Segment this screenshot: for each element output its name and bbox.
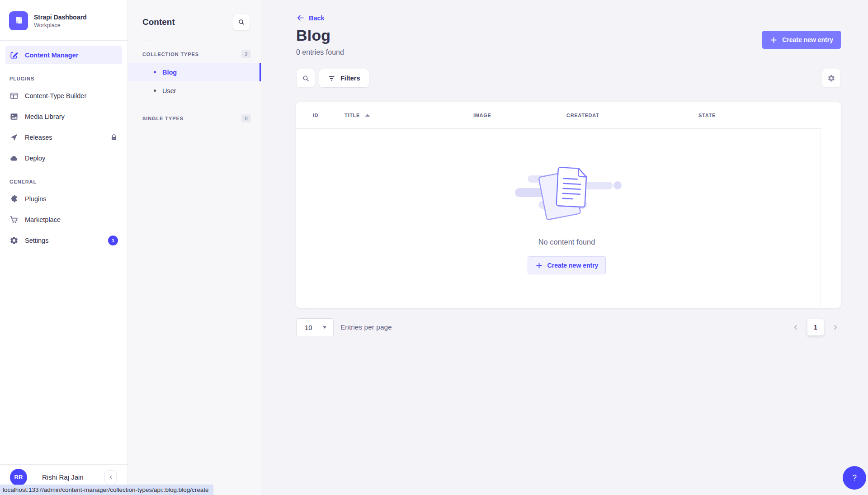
- user-name: Rishi Raj Jain: [42, 473, 84, 481]
- column-header-id[interactable]: ID: [313, 113, 344, 118]
- chevron-left-icon: [792, 324, 799, 331]
- back-link[interactable]: Back: [296, 14, 325, 22]
- group-label-collection-types: COLLECTION TYPES: [142, 52, 199, 57]
- view-settings-button[interactable]: [822, 69, 841, 88]
- page-number-button[interactable]: 1: [807, 319, 824, 335]
- empty-state: No content found Create new entry: [313, 129, 821, 307]
- create-entry-button-label: Create new entry: [782, 36, 833, 43]
- sidebar-item-label: Marketplace: [25, 216, 61, 223]
- cloud-icon: [9, 154, 19, 163]
- pagination-bar: 10 Entries per page 1: [296, 318, 841, 336]
- divider: [142, 41, 153, 41]
- collection-types-count-badge: 2: [241, 50, 251, 58]
- image-icon: [9, 112, 19, 121]
- sidebar-item-media-library[interactable]: Media Library: [5, 108, 122, 126]
- table-header-row: ID TITLE IMAGE CREATEDAT STATE: [296, 102, 841, 128]
- settings-notification-badge: 1: [108, 236, 118, 245]
- user-avatar[interactable]: RR: [10, 469, 27, 486]
- chevron-left-icon: [108, 475, 113, 480]
- column-header-title[interactable]: TITLE: [344, 113, 473, 118]
- paper-plane-icon: [9, 133, 19, 142]
- subnav-title: Content: [142, 17, 175, 27]
- back-label: Back: [309, 14, 325, 22]
- chevron-down-icon: [323, 326, 326, 329]
- nav-section-plugins: PLUGINS: [5, 76, 122, 81]
- sidebar-item-releases[interactable]: Releases: [5, 128, 122, 146]
- gear-icon: [827, 74, 835, 82]
- sidebar-collapse-button[interactable]: [104, 470, 117, 484]
- layout-icon: [9, 91, 19, 100]
- bullet-icon: [154, 71, 156, 73]
- sidebar-item-label: Plugins: [25, 195, 47, 203]
- sidebar-item-label: Content Manager: [25, 52, 78, 59]
- edit-icon: [9, 51, 19, 60]
- workspace-titles: Strapi Dashboard Workplace: [34, 14, 87, 28]
- help-button[interactable]: ?: [843, 466, 866, 490]
- browser-status-bar: localhost:1337/admin/content-manager/col…: [0, 485, 213, 495]
- sidebar-item-content-type-builder[interactable]: Content-Type Builder: [5, 87, 122, 105]
- empty-documents-illustration: [510, 162, 623, 225]
- subnav-item-label: Blog: [162, 69, 177, 76]
- primary-sidebar: Strapi Dashboard Workplace Content Manag…: [0, 0, 128, 495]
- sort-ascending-icon[interactable]: [365, 114, 370, 117]
- sidebar-item-label: Media Library: [25, 113, 65, 120]
- main-nav: Content Manager PLUGINS Content-Type Bui…: [0, 41, 127, 258]
- content-subnav: Content COLLECTION TYPES 2 Blog User SIN…: [128, 0, 261, 495]
- plus-icon: [535, 262, 543, 269]
- strapi-logo-icon: [9, 11, 28, 30]
- sidebar-item-plugins[interactable]: Plugins: [5, 190, 122, 208]
- gear-icon: [9, 236, 19, 245]
- nav-section-general: GENERAL: [5, 179, 122, 184]
- bullet-icon: [154, 90, 156, 92]
- workspace-name: Workplace: [34, 22, 87, 28]
- subnav-item-blog[interactable]: Blog: [128, 63, 261, 81]
- subnav-item-label: User: [162, 87, 176, 94]
- sidebar-item-label: Releases: [25, 134, 52, 141]
- entries-count: 0 entries found: [296, 48, 344, 57]
- main-content: Back Blog 0 entries found Create new ent…: [261, 0, 868, 495]
- sidebar-item-settings[interactable]: Settings 1: [5, 231, 122, 250]
- entries-table: ID TITLE IMAGE CREATEDAT STATE: [296, 102, 841, 308]
- page-size-value: 10: [305, 324, 312, 331]
- search-icon: [238, 19, 245, 26]
- page-size-select[interactable]: 10: [296, 318, 334, 336]
- page-title: Blog: [296, 27, 344, 44]
- lock-icon: [110, 133, 118, 141]
- app-title: Strapi Dashboard: [34, 14, 87, 21]
- sidebar-item-content-manager[interactable]: Content Manager: [5, 46, 122, 64]
- group-label-single-types: SINGLE TYPES: [142, 116, 184, 121]
- sidebar-item-label: Content-Type Builder: [25, 92, 86, 99]
- sidebar-item-marketplace[interactable]: Marketplace: [5, 211, 122, 229]
- filters-button-label: Filters: [340, 75, 360, 82]
- page-size-label: Entries per page: [340, 323, 392, 331]
- workspace-brand[interactable]: Strapi Dashboard Workplace: [0, 0, 127, 41]
- empty-state-create-button[interactable]: Create new entry: [528, 256, 606, 274]
- subnav-item-user[interactable]: User: [128, 81, 261, 100]
- column-header-createdat[interactable]: CREATEDAT: [566, 113, 698, 118]
- sidebar-item-label: Settings: [25, 237, 48, 244]
- filters-button[interactable]: Filters: [319, 69, 369, 88]
- column-header-state[interactable]: STATE: [698, 113, 716, 118]
- single-types-count-badge: 0: [241, 114, 251, 123]
- puzzle-icon: [9, 194, 19, 203]
- column-header-image[interactable]: IMAGE: [473, 113, 566, 118]
- previous-page-button[interactable]: [790, 322, 801, 333]
- chevron-right-icon: [832, 324, 839, 331]
- sidebar-item-deploy[interactable]: Deploy: [5, 149, 122, 167]
- create-entry-button[interactable]: Create new entry: [762, 31, 841, 49]
- subnav-search-button[interactable]: [233, 14, 250, 31]
- next-page-button[interactable]: [830, 322, 841, 333]
- filter-icon: [328, 75, 335, 82]
- page-title-block: Blog 0 entries found: [296, 27, 344, 57]
- empty-state-create-label: Create new entry: [547, 262, 599, 269]
- search-button[interactable]: [296, 69, 315, 88]
- empty-state-message: No content found: [538, 238, 595, 246]
- search-icon: [302, 75, 310, 82]
- cart-icon: [9, 215, 19, 224]
- plus-icon: [770, 36, 778, 44]
- sidebar-item-label: Deploy: [25, 155, 45, 162]
- arrow-left-icon: [296, 14, 305, 22]
